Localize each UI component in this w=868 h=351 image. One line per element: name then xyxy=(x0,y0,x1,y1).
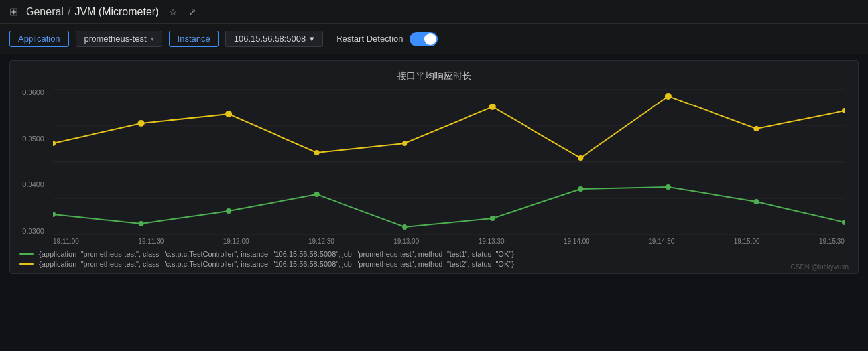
svg-point-19 xyxy=(402,141,407,146)
svg-point-14 xyxy=(842,220,845,225)
chart-svg-area xyxy=(53,89,845,235)
svg-point-5 xyxy=(53,212,56,217)
chevron-down-icon: ▾ xyxy=(151,35,154,42)
svg-point-7 xyxy=(226,208,231,214)
x-label-7: 19:14:30 xyxy=(649,238,674,245)
svg-point-8 xyxy=(314,192,320,197)
svg-point-24 xyxy=(842,108,845,113)
svg-point-17 xyxy=(225,111,232,117)
svg-point-20 xyxy=(489,104,496,110)
svg-point-18 xyxy=(314,150,320,155)
x-label-3: 19:12:30 xyxy=(308,238,334,245)
x-label-6: 19:14:00 xyxy=(564,238,589,245)
yellow-line xyxy=(53,96,845,158)
breadcrumb-sep: / xyxy=(68,6,70,18)
x-label-1: 19:11:30 xyxy=(138,238,164,245)
top-bar: ⊞ General / JVM (Micrometer) ☆ ⤢ xyxy=(0,0,868,24)
application-button[interactable]: Application xyxy=(9,31,69,47)
svg-point-9 xyxy=(402,224,407,230)
app-value-label: prometheus-test xyxy=(84,34,147,44)
breadcrumb-home[interactable]: General xyxy=(26,6,64,18)
watermark: CSDN @luckywuxn xyxy=(791,263,849,271)
chevron-down-icon-2: ▾ xyxy=(310,34,314,44)
legend: {application="prometheus-test", class="c… xyxy=(19,250,849,268)
controls-bar: Application prometheus-test ▾ Instance 1… xyxy=(0,24,868,54)
chart-container: 接口平均响应时长 0.0600 0.0500 0.0400 0.0300 xyxy=(9,60,859,274)
svg-point-16 xyxy=(137,120,144,127)
legend-label-2: {application="prometheus-test", class="c… xyxy=(39,260,514,268)
star-icon[interactable]: ☆ xyxy=(169,7,178,17)
restart-detection-label: Restart Detection xyxy=(336,34,403,44)
share-icon[interactable]: ⤢ xyxy=(188,7,196,17)
breadcrumb-current: JVM (Micrometer) xyxy=(74,6,158,18)
breadcrumb: General / JVM (Micrometer) xyxy=(26,6,158,18)
svg-point-10 xyxy=(490,216,495,221)
svg-point-23 xyxy=(753,126,759,131)
svg-point-6 xyxy=(139,221,144,226)
restart-detection-toggle[interactable] xyxy=(410,32,438,46)
legend-line-yellow xyxy=(19,263,34,265)
svg-point-21 xyxy=(578,155,583,161)
toggle-thumb xyxy=(424,33,436,45)
svg-point-22 xyxy=(665,93,672,100)
y-label-1: 0.0600 xyxy=(10,89,44,96)
instance-button[interactable]: Instance xyxy=(169,31,219,47)
x-label-4: 19:13:00 xyxy=(393,238,419,245)
svg-point-11 xyxy=(578,186,583,192)
legend-item-2: {application="prometheus-test", class="c… xyxy=(19,260,849,268)
svg-point-13 xyxy=(753,199,759,204)
legend-label-1: {application="prometheus-test", class="c… xyxy=(39,250,514,258)
grid-icon: ⊞ xyxy=(9,5,18,18)
y-axis-labels: 0.0600 0.0500 0.0400 0.0300 xyxy=(10,89,50,235)
x-label-9: 19:15:30 xyxy=(819,238,845,245)
green-line xyxy=(53,187,845,227)
instance-value-label: 106.15.56.58:5008 xyxy=(234,34,306,44)
x-label-2: 19:12:00 xyxy=(223,238,249,245)
legend-line-green xyxy=(19,253,34,255)
svg-point-12 xyxy=(666,184,671,190)
y-label-2: 0.0500 xyxy=(10,135,44,143)
chart-svg xyxy=(53,89,845,235)
x-axis-labels: 19:11:00 19:11:30 19:12:00 19:12:30 19:1… xyxy=(53,238,845,245)
x-label-8: 19:15:00 xyxy=(734,238,760,245)
y-label-4: 0.0300 xyxy=(10,228,44,235)
instance-dropdown[interactable]: 106.15.56.58:5008 ▾ xyxy=(225,31,323,47)
app-dropdown[interactable]: prometheus-test ▾ xyxy=(76,31,162,47)
legend-item-1: {application="prometheus-test", class="c… xyxy=(19,250,849,258)
svg-point-15 xyxy=(53,141,56,146)
y-label-3: 0.0400 xyxy=(10,181,44,188)
x-label-0: 19:11:00 xyxy=(53,238,79,245)
chart-title: 接口平均响应时长 xyxy=(10,61,858,89)
x-label-5: 19:13:30 xyxy=(479,238,505,245)
